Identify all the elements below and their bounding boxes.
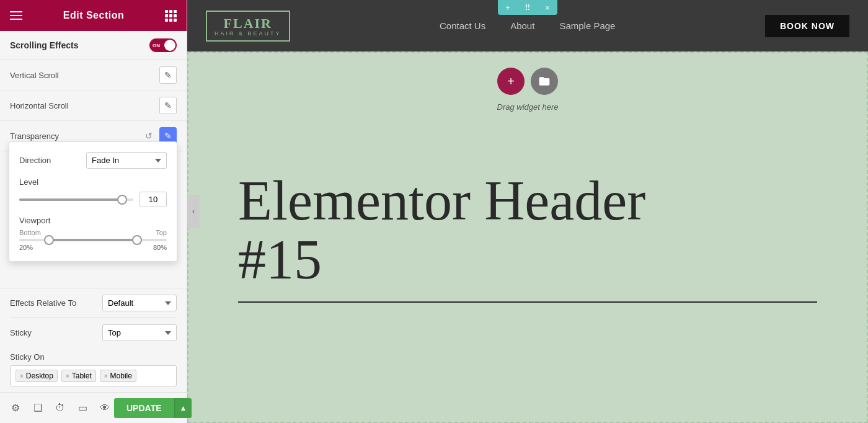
tag-desktop-label: Desktop	[26, 372, 53, 380]
hero-content: Elementor Header#15	[188, 135, 867, 340]
left-panel: Edit Section Scrolling Effects Vertical …	[0, 0, 187, 423]
bottom-toolbar: ⚙ ❑ ⏱ ▭ 👁 UPDATE ▲	[0, 392, 187, 423]
settings-icon[interactable]: ⚙	[6, 399, 25, 417]
folder-widget-button[interactable]	[531, 68, 558, 95]
nav-links: Contact Us About Sample Page	[440, 20, 615, 31]
nav-contact[interactable]: Contact Us	[440, 20, 485, 31]
horizontal-scroll-label: Horizontal Scroll	[10, 101, 69, 110]
nav-about[interactable]: About	[510, 20, 534, 31]
viewport-value-labels: 20% 80%	[19, 244, 167, 251]
tag-desktop-remove[interactable]: ×	[20, 373, 24, 380]
vertical-scroll-row: Vertical Scroll ✎	[0, 60, 187, 91]
update-arrow-button[interactable]: ▲	[174, 398, 192, 418]
update-btn-wrap: UPDATE ▲	[114, 398, 192, 418]
tag-mobile-label: Mobile	[110, 372, 132, 380]
sticky-on-section: Sticky On × Desktop × Tablet × Mobile	[0, 347, 187, 391]
scrolling-effects-row: Scrolling Effects	[0, 31, 187, 60]
tag-mobile-remove[interactable]: ×	[104, 373, 108, 380]
tag-tablet-remove[interactable]: ×	[66, 373, 69, 380]
level-row: Level 10	[19, 177, 167, 207]
effects-relative-row: Effects Relative To Default Viewport Sec…	[0, 288, 187, 318]
drag-widget-text: Drag widget here	[497, 102, 559, 112]
logo-area[interactable]: FLAIR HAIR & BEAUTY	[206, 11, 290, 42]
right-panel: + ⠿ × FLAIR HAIR & BEAUTY Contact Us Abo…	[187, 0, 868, 423]
nav-sample[interactable]: Sample Page	[559, 20, 615, 31]
add-section-btn[interactable]: +	[498, 0, 518, 15]
level-slider-wrap: 10	[19, 192, 167, 207]
sticky-select[interactable]: None Top Bottom	[102, 324, 177, 341]
vertical-scroll-edit-btn[interactable]: ✎	[159, 66, 177, 84]
hamburger-icon[interactable]	[10, 11, 22, 20]
grid-icon[interactable]	[165, 10, 177, 22]
panel-title: Edit Section	[63, 10, 124, 21]
layers-icon[interactable]: ❑	[29, 399, 47, 417]
tag-mobile[interactable]: × Mobile	[100, 370, 136, 382]
panel-header: Edit Section	[0, 0, 187, 31]
logo-box: FLAIR HAIR & BEAUTY	[206, 11, 290, 42]
history-icon[interactable]: ⏱	[51, 399, 69, 417]
effects-relative-label: Effects Relative To	[10, 298, 76, 308]
viewport-slider-track[interactable]	[19, 239, 167, 241]
level-slider-track[interactable]	[19, 198, 133, 201]
hero-section: + Drag widget here Elementor Header#15	[187, 51, 868, 423]
tag-tablet-label: Tablet	[72, 372, 92, 380]
sticky-on-label: Sticky On	[10, 352, 177, 362]
effects-relative-select[interactable]: Default Viewport Section	[102, 295, 177, 311]
direction-row: Direction Fade In Fade Out	[19, 152, 167, 169]
logo-title: FLAIR	[224, 16, 272, 32]
viewport-edge-labels: Bottom Top	[19, 229, 167, 236]
logo-subtitle: HAIR & BEAUTY	[215, 30, 281, 37]
widget-buttons: +	[497, 68, 558, 95]
edit-controls: + ⠿ ×	[498, 0, 557, 15]
level-label: Level	[19, 177, 167, 187]
scrolling-effects-toggle[interactable]	[149, 38, 177, 52]
hero-divider	[238, 301, 817, 303]
vertical-scroll-label: Vertical Scroll	[10, 71, 59, 80]
tag-desktop[interactable]: × Desktop	[16, 370, 58, 382]
collapse-panel-button[interactable]: ‹	[187, 195, 200, 228]
direction-label: Direction	[19, 156, 51, 165]
horizontal-scroll-edit-btn[interactable]: ✎	[159, 97, 177, 114]
viewport-left-val: 20%	[19, 244, 33, 251]
transparency-refresh-btn[interactable]: ↺	[142, 129, 156, 143]
folder-icon	[538, 75, 551, 87]
toolbar-icons: ⚙ ❑ ⏱ ▭ 👁	[6, 399, 114, 417]
sticky-row: Sticky None Top Bottom	[0, 318, 187, 347]
drag-section-btn[interactable]: ⠿	[518, 0, 538, 15]
level-input[interactable]: 10	[140, 192, 167, 207]
viewport-bottom-label: Bottom	[19, 229, 41, 236]
horizontal-scroll-row: Horizontal Scroll ✎	[0, 91, 187, 121]
viewport-label: Viewport	[19, 216, 167, 225]
responsive-icon[interactable]: ▭	[73, 399, 92, 417]
nav-bar: + ⠿ × FLAIR HAIR & BEAUTY Contact Us Abo…	[187, 0, 868, 51]
viewport-top-label: Top	[156, 229, 167, 236]
direction-select[interactable]: Fade In Fade Out	[86, 152, 167, 169]
add-widget-button[interactable]: +	[497, 68, 525, 95]
tag-tablet[interactable]: × Tablet	[61, 370, 96, 382]
viewport-row: Viewport Bottom Top 20% 80%	[19, 216, 167, 251]
panel-collapse-area: ‹	[187, 195, 200, 228]
close-section-btn[interactable]: ×	[538, 0, 557, 15]
sticky-label: Sticky	[10, 328, 32, 337]
hero-title: Elementor Header#15	[238, 172, 817, 289]
viewport-right-val: 80%	[153, 244, 167, 251]
book-now-button[interactable]: BOOK NOW	[765, 15, 849, 37]
transparency-label: Transparency	[10, 131, 59, 141]
sticky-on-tags: × Desktop × Tablet × Mobile	[10, 365, 177, 386]
scrolling-effects-label: Scrolling Effects	[10, 40, 78, 50]
transparency-popup: Direction Fade In Fade Out Level 10 View…	[9, 141, 177, 262]
hide-icon[interactable]: 👁	[95, 399, 114, 417]
update-button[interactable]: UPDATE	[114, 398, 174, 418]
